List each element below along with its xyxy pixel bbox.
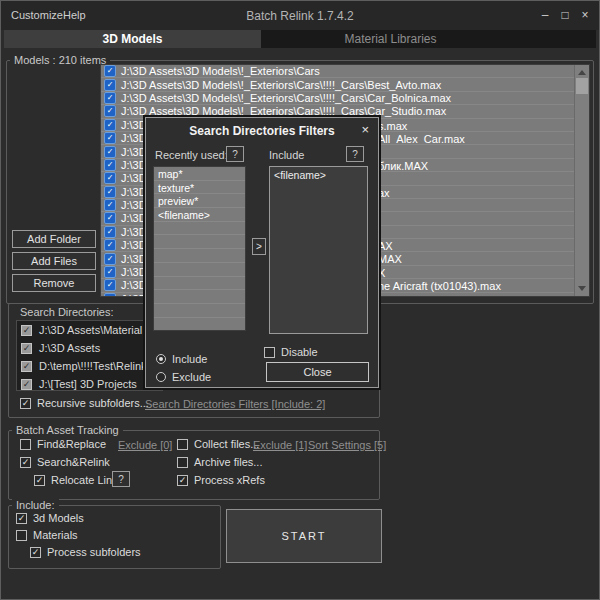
checked-checkbox-icon[interactable]: ✓ xyxy=(30,547,41,558)
model-path-fragment: X xyxy=(378,267,385,279)
search-directories-list[interactable]: ✓ J:\3D Assets\Material ✓ J:\3D Assets ✓… xyxy=(16,320,163,391)
recent-filter-item[interactable] xyxy=(154,304,245,318)
add-folder-button[interactable]: Add Folder xyxy=(12,230,96,248)
checked-checkbox-icon[interactable]: ✓ xyxy=(104,65,116,77)
add-files-button[interactable]: Add Files xyxy=(12,252,96,270)
relocate-links-row: ✓ Relocate Links xyxy=(34,474,123,486)
search-directory-item[interactable]: ✓ J:\3D Assets\Material xyxy=(17,321,162,339)
menu-customize[interactable]: Customize xyxy=(11,9,63,21)
disable-row: Disable xyxy=(264,346,318,358)
recent-filter-item[interactable] xyxy=(154,222,245,236)
unchecked-checkbox-icon[interactable] xyxy=(16,530,27,541)
dialog-close-icon[interactable]: × xyxy=(361,122,369,137)
checked-checkbox-icon[interactable]: ✓ xyxy=(16,513,27,524)
unchecked-checkbox-icon[interactable] xyxy=(177,439,188,450)
checked-checkbox-icon[interactable]: ✓ xyxy=(104,239,116,251)
checked-checkbox-icon[interactable]: ✓ xyxy=(20,398,31,409)
radio-exclude-label: Exclude xyxy=(172,371,211,383)
checked-checkbox-icon[interactable]: ✓ xyxy=(104,132,116,144)
exclude-0-link[interactable]: Exclude [0] xyxy=(118,439,172,451)
models-group-label: Models : 210 items xyxy=(10,54,110,66)
recent-filter-item[interactable]: texture* xyxy=(154,181,245,195)
checked-checkbox-icon[interactable]: ✓ xyxy=(34,475,45,486)
tab-3d-models[interactable]: 3D Models xyxy=(4,30,261,48)
recent-filter-item[interactable] xyxy=(154,249,245,263)
checked-checkbox-icon[interactable]: ✓ xyxy=(104,105,116,117)
tab-label: Material Libraries xyxy=(344,32,436,46)
close-icon[interactable]: × xyxy=(577,8,593,22)
checked-checkbox-icon[interactable]: ✓ xyxy=(104,146,116,158)
search-directory-item[interactable]: ✓ J:\[Test] 3D Projects xyxy=(17,375,162,391)
exclude-1-link[interactable]: Exclude [1] xyxy=(253,439,307,451)
model-path: J:\3D Assets\3D Models\!_Exteriors\Cars xyxy=(121,65,320,77)
directory-path: J:\[Test] 3D Projects xyxy=(39,378,137,390)
checked-checkbox-icon[interactable]: ✓ xyxy=(104,279,116,291)
include-filter-list[interactable]: <filename> xyxy=(269,166,368,334)
recently-used-help-button[interactable]: ? xyxy=(226,146,244,162)
collect-files-label: Collect files... xyxy=(194,438,259,450)
scroll-down-icon[interactable] xyxy=(578,286,586,291)
search-directory-item[interactable]: ✓ D:\temp\!!!!Test\Relink-Te xyxy=(17,357,162,375)
scroll-thumb[interactable] xyxy=(576,78,588,94)
include-3d-models-row: ✓ 3d Models xyxy=(16,512,84,524)
recent-filter-item[interactable] xyxy=(154,235,245,249)
minimize-icon[interactable]: – xyxy=(537,8,553,22)
search-directory-item[interactable]: ✓ J:\3D Assets xyxy=(17,339,162,357)
recently-used-list[interactable]: map*texture*preview*<filename> xyxy=(153,166,246,331)
checked-checkbox-icon[interactable]: ✓ xyxy=(104,293,116,297)
radio-selected-icon[interactable] xyxy=(156,354,166,364)
menu-help[interactable]: Help xyxy=(63,9,86,21)
move-right-button[interactable]: > xyxy=(252,238,266,255)
checked-checkbox-icon[interactable]: ✓ xyxy=(104,266,116,278)
unchecked-checkbox-icon[interactable] xyxy=(264,347,275,358)
recent-filter-item[interactable] xyxy=(154,263,245,277)
find-replace-row: Find&Replace xyxy=(20,438,106,450)
relocate-links-help-button[interactable]: ? xyxy=(112,471,130,487)
dialog-title: Search Directories Filters xyxy=(146,124,378,138)
model-list-row[interactable]: ✓ J:\3D Assets\3D Models\!_Exteriors\Car… xyxy=(101,78,589,91)
checked-checkbox-icon[interactable]: ✓ xyxy=(104,79,116,91)
recent-filter-item[interactable]: <filename> xyxy=(154,208,245,222)
checked-checkbox-icon[interactable]: ✓ xyxy=(21,379,32,390)
model-list-row[interactable]: ✓ J:\3D Assets\3D Models\!_Exteriors\Car… xyxy=(101,65,589,78)
include-filter-item[interactable]: <filename> xyxy=(274,169,363,181)
checked-checkbox-icon[interactable]: ✓ xyxy=(20,457,31,468)
sort-settings-link[interactable]: Sort Settings [5] xyxy=(308,439,386,451)
recent-filter-item[interactable] xyxy=(154,318,245,331)
recent-filter-item[interactable] xyxy=(154,277,245,291)
checked-checkbox-icon[interactable]: ✓ xyxy=(104,92,116,104)
checked-checkbox-icon[interactable]: ✓ xyxy=(104,253,116,265)
checked-checkbox-icon[interactable]: ✓ xyxy=(104,159,116,171)
scroll-up-icon[interactable] xyxy=(578,70,586,75)
checked-checkbox-icon[interactable]: ✓ xyxy=(104,212,116,224)
radio-unselected-icon[interactable] xyxy=(156,372,166,382)
model-path-fragment: All_Alex_Car.max xyxy=(378,133,465,145)
dialog-close-button[interactable]: Close xyxy=(266,362,369,382)
recursive-subfolders-row: ✓ Recursive subfolders... xyxy=(20,397,149,409)
unchecked-checkbox-icon[interactable] xyxy=(177,457,188,468)
checked-checkbox-icon[interactable]: ✓ xyxy=(104,226,116,238)
checked-checkbox-icon[interactable]: ✓ xyxy=(104,119,116,131)
checked-checkbox-icon[interactable]: ✓ xyxy=(177,475,188,486)
start-button[interactable]: START xyxy=(226,509,382,563)
checked-checkbox-icon[interactable]: ✓ xyxy=(104,172,116,184)
recent-filter-item[interactable]: map* xyxy=(154,167,245,181)
tab-label: 3D Models xyxy=(102,32,162,46)
tab-material-libraries[interactable]: Material Libraries xyxy=(261,30,596,48)
checked-checkbox-icon[interactable]: ✓ xyxy=(21,361,32,372)
process-subfolders-label: Process subfolders xyxy=(47,546,141,558)
maximize-icon[interactable]: □ xyxy=(557,8,573,22)
remove-button[interactable]: Remove xyxy=(12,274,96,292)
recent-filter-item[interactable] xyxy=(154,290,245,304)
list-scrollbar[interactable] xyxy=(574,65,589,296)
process-xrefs-row: ✓ Process xRefs xyxy=(177,474,265,486)
include-help-button[interactable]: ? xyxy=(346,146,364,162)
checked-checkbox-icon[interactable]: ✓ xyxy=(21,343,32,354)
recent-filter-item[interactable]: preview* xyxy=(154,194,245,208)
checked-checkbox-icon[interactable]: ✓ xyxy=(21,325,32,336)
search-directories-filters-link[interactable]: Search Directories Filters [Include: 2] xyxy=(145,398,325,410)
unchecked-checkbox-icon[interactable] xyxy=(20,439,31,450)
model-list-row[interactable]: ✓ J:\3D Assets\3D Models\!_Exteriors\Car… xyxy=(101,92,589,105)
checked-checkbox-icon[interactable]: ✓ xyxy=(104,186,116,198)
checked-checkbox-icon[interactable]: ✓ xyxy=(104,199,116,211)
